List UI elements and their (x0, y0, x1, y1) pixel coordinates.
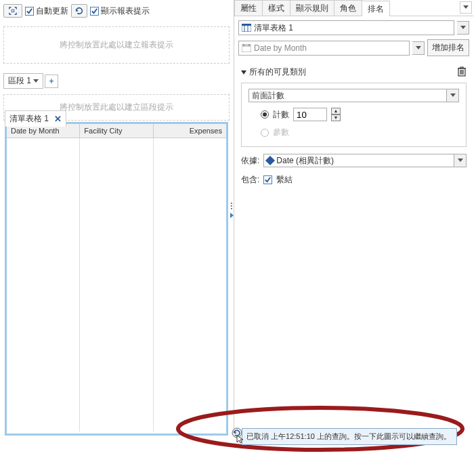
report-prompt-dropzone[interactable]: 將控制放置此處以建立報表提示 (3, 26, 230, 64)
auto-update-label: 自動更新 (36, 5, 68, 17)
chevron-down-icon (33, 79, 39, 83)
refresh-query-icon[interactable] (230, 427, 246, 446)
column-header[interactable]: Facility City (80, 124, 153, 138)
refresh-button[interactable] (71, 4, 87, 18)
add-section-button[interactable]: + (45, 75, 58, 88)
chevron-right-icon (230, 213, 234, 218)
svg-rect-7 (243, 44, 244, 46)
tab-rank[interactable]: 排名 (362, 1, 390, 16)
section-tab[interactable]: 區段 1 (3, 73, 43, 89)
svg-rect-2 (242, 24, 251, 26)
tab-display-rules[interactable]: 顯示規則 (290, 0, 334, 16)
rank-by-select[interactable]: Date by Month (238, 41, 410, 56)
count-radio[interactable] (261, 110, 269, 119)
svg-rect-8 (248, 44, 250, 46)
include-label: 包含: (241, 174, 259, 186)
tab-attributes[interactable]: 屬性 (234, 0, 263, 16)
top-count-select[interactable]: 前面計數 (248, 89, 447, 102)
show-report-prompt-label: 顯示報表提示 (101, 5, 150, 17)
dropdown-arrow[interactable] (454, 154, 467, 167)
spinner-up[interactable]: ▲ (331, 108, 341, 114)
param-radio (261, 129, 269, 137)
tie-label: 繫結 (276, 174, 293, 186)
list-table-tab[interactable]: 清單表格 1 ✕ (5, 110, 66, 127)
measure-icon (265, 156, 275, 165)
dropdown-arrow[interactable] (447, 89, 459, 102)
panel-menu-button[interactable] (460, 1, 472, 14)
tab-style[interactable]: 樣式 (262, 0, 290, 16)
spinner-down[interactable]: ▼ (331, 114, 341, 121)
count-label: 計數 (273, 109, 289, 121)
svg-rect-0 (12, 9, 14, 12)
collapse-toggle-icon[interactable] (241, 70, 246, 75)
add-rank-button[interactable]: 增加排名 (427, 39, 469, 56)
resize-button[interactable] (3, 4, 22, 18)
calendar-icon (242, 44, 251, 52)
depends-label: 依據: (241, 155, 259, 167)
tab-role[interactable]: 角色 (334, 0, 362, 16)
dropdown-arrow[interactable] (457, 21, 469, 35)
dropdown-arrow[interactable] (412, 41, 425, 55)
list-table[interactable]: Date by Month Facility City Expenses (5, 122, 228, 436)
show-report-prompt-checkbox[interactable] (90, 7, 99, 16)
rank-target-select[interactable]: 清單表格 1 (238, 20, 454, 35)
depends-select[interactable]: Date (相異計數) (263, 154, 454, 167)
delete-button[interactable] (457, 66, 467, 79)
count-input[interactable] (293, 108, 327, 121)
table-icon (242, 24, 251, 32)
all-visible-categories-label: 所有的可見類別 (249, 66, 306, 78)
query-cancelled-tooltip: 已取消 上午12:51:10 上的查詢。按一下此圖示可以繼續查詢。 (242, 428, 457, 445)
auto-update-checkbox[interactable] (25, 7, 34, 16)
column-header[interactable]: Expenses (154, 124, 226, 138)
tie-checkbox[interactable] (263, 175, 272, 184)
close-icon[interactable]: ✕ (54, 114, 62, 124)
param-label: 參數 (273, 127, 289, 138)
